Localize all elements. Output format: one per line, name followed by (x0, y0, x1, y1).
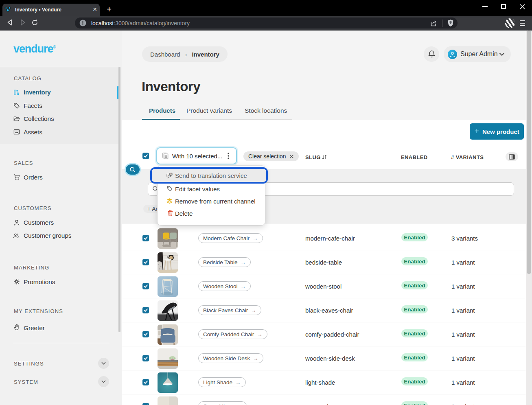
svg-text:勞: 勞 (170, 173, 172, 176)
